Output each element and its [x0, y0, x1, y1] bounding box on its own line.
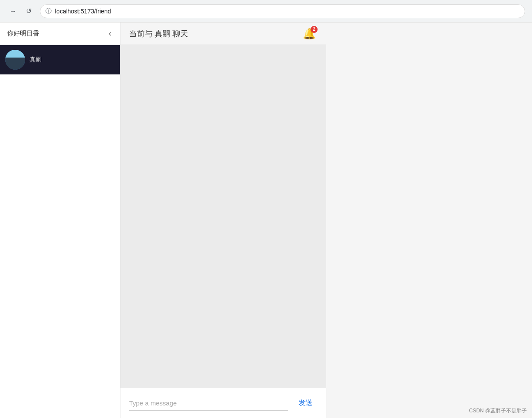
browser-nav: → ↺	[7, 5, 35, 17]
sidebar-header: 你好明日香 ‹	[0, 23, 120, 45]
avatar	[5, 50, 25, 70]
notification-badge: 2	[311, 26, 318, 33]
notification-button[interactable]: 🔔 2	[301, 26, 318, 42]
message-input[interactable]	[129, 396, 288, 411]
url-text: localhost:5173/friend	[55, 8, 111, 15]
address-bar[interactable]: ⓘ localhost:5173/friend	[40, 4, 525, 18]
input-area: 发送	[120, 388, 326, 418]
watermark: CSDN @蓝胖子不是胖子	[469, 407, 527, 415]
sidebar-title: 你好明日香	[7, 29, 39, 38]
sidebar: 你好明日香 ‹ 真嗣	[0, 23, 120, 418]
refresh-button[interactable]: ↺	[23, 5, 35, 17]
app-container: 你好明日香 ‹ 真嗣 当前与 真嗣 聊天 🔔 2 发送	[0, 23, 532, 418]
forward-button[interactable]: →	[7, 5, 19, 17]
info-icon: ⓘ	[45, 7, 52, 15]
send-button[interactable]: 发送	[293, 395, 318, 411]
collapse-icon: ‹	[109, 29, 111, 38]
refresh-icon: ↺	[26, 7, 32, 15]
collapse-button[interactable]: ‹	[107, 27, 113, 40]
chat-area: 当前与 真嗣 聊天 🔔 2 发送	[120, 23, 326, 418]
contact-item[interactable]: 真嗣	[0, 45, 120, 74]
messages-area[interactable]	[120, 45, 326, 388]
forward-icon: →	[10, 7, 16, 15]
browser-toolbar: → ↺ ⓘ localhost:5173/friend	[0, 0, 532, 23]
chat-header: 当前与 真嗣 聊天 🔔 2	[120, 23, 326, 45]
right-panel	[326, 23, 532, 418]
avatar-image	[5, 50, 25, 70]
contact-name: 真嗣	[29, 56, 42, 64]
chat-title: 当前与 真嗣 聊天	[129, 29, 188, 39]
